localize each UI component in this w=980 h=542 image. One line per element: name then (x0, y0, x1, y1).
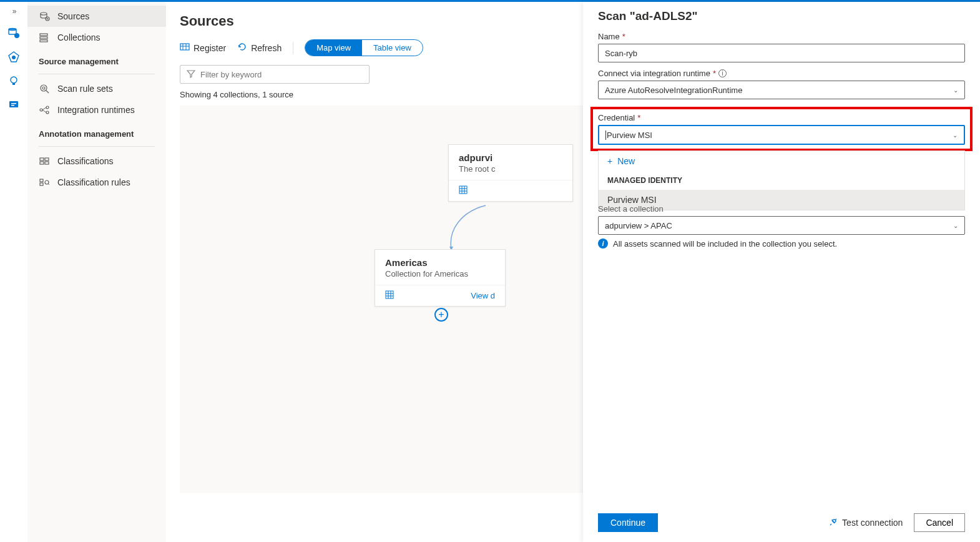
svg-rect-26 (40, 158, 44, 160)
card-subtitle: The root c (459, 164, 562, 174)
svg-rect-10 (11, 105, 14, 106)
svg-point-18 (41, 85, 47, 91)
chevron-down-icon: ⌄ (953, 87, 958, 94)
svg-rect-40 (459, 186, 467, 194)
svg-point-23 (46, 111, 49, 114)
icon-rail: » (0, 2, 27, 542)
register-label: Register (194, 43, 226, 53)
divider (39, 146, 155, 147)
separator (293, 42, 293, 54)
svg-point-22 (46, 106, 49, 109)
plug-icon (828, 517, 838, 529)
filter-input[interactable] (180, 65, 370, 84)
svg-point-11 (41, 12, 47, 15)
view-toggle: Map view Table view (305, 39, 423, 56)
sidebar-item-collections[interactable]: Collections (27, 27, 166, 48)
refresh-icon (237, 42, 247, 54)
svg-rect-45 (386, 291, 393, 298)
chevron-down-icon: ⌄ (953, 222, 958, 229)
new-credential-option[interactable]: + New (599, 151, 964, 171)
dropdown-header: MANAGED IDENTITY (599, 171, 964, 190)
svg-point-19 (42, 87, 45, 89)
plus-icon: + (607, 156, 612, 166)
svg-point-21 (40, 109, 42, 111)
map-view-tab[interactable]: Map view (305, 40, 362, 56)
credential-select[interactable]: Purview MSI ⌄ (598, 125, 965, 145)
credential-highlight: Credential* Purview MSI ⌄ (590, 107, 973, 151)
browse-icon[interactable] (7, 51, 20, 63)
classification-rules-icon (39, 177, 50, 188)
expand-rail-icon[interactable]: » (12, 7, 16, 16)
scan-rules-icon (39, 83, 50, 94)
svg-rect-31 (40, 183, 43, 185)
collection-card-root[interactable]: adpurvi The root c (448, 144, 573, 202)
chevron-down-icon: ⌄ (953, 132, 958, 139)
management-icon[interactable] (7, 98, 20, 111)
svg-rect-27 (45, 158, 49, 160)
name-label: Name* (598, 32, 965, 41)
scan-panel: Scan "ad-ADLS2" Name* Scan-ryb Connect v… (583, 2, 980, 542)
svg-rect-30 (40, 179, 43, 182)
svg-rect-6 (12, 83, 15, 85)
divider (39, 74, 155, 74)
register-icon (180, 42, 190, 54)
svg-line-33 (48, 184, 49, 185)
view-details-link[interactable]: View d (471, 291, 495, 300)
svg-rect-8 (9, 101, 18, 107)
info-icon: i (598, 239, 608, 249)
sidebar-label: Scan rule sets (57, 84, 113, 94)
collection-select[interactable]: adpurview > APAC ⌄ (598, 216, 965, 235)
insights-icon[interactable] (7, 74, 20, 87)
filter-field[interactable] (200, 70, 363, 79)
svg-rect-34 (180, 44, 189, 50)
classifications-icon (39, 155, 50, 167)
svg-rect-17 (40, 40, 47, 42)
info-text: All assets scanned will be included in t… (613, 239, 837, 249)
sidebar-label: Integration runtimes (57, 105, 135, 115)
runtime-select[interactable]: Azure AutoResolveIntegrationRuntime ⌄ (598, 81, 965, 99)
card-title: adpurvi (459, 152, 562, 163)
svg-rect-9 (11, 103, 16, 104)
datasource-icon[interactable] (7, 27, 20, 39)
sidebar-item-classifications[interactable]: Classifications (27, 150, 166, 172)
svg-rect-29 (45, 162, 49, 164)
panel-footer: Continue Test connection Cancel (598, 513, 965, 532)
sidebar-label: Sources (57, 11, 89, 21)
section-annotation-mgmt: Annotation management (27, 121, 166, 142)
svg-line-20 (46, 91, 49, 93)
runtime-icon (39, 104, 50, 116)
svg-rect-28 (40, 162, 44, 164)
svg-point-4 (12, 56, 16, 59)
card-title: Americas (385, 257, 495, 268)
sidebar-label: Classification rules (57, 177, 130, 187)
info-icon[interactable]: i (718, 69, 727, 77)
sidebar-label: Collections (57, 32, 100, 42)
credential-dropdown: + New MANAGED IDENTITY Purview MSI (598, 150, 965, 210)
name-input[interactable]: Scan-ryb (598, 44, 965, 62)
refresh-button[interactable]: Refresh (237, 42, 282, 54)
test-connection-button[interactable]: Test connection (828, 517, 903, 529)
cancel-button[interactable]: Cancel (914, 513, 965, 532)
sidebar-item-sources[interactable]: Sources (27, 6, 166, 27)
card-subtitle: Collection for Americas (385, 269, 495, 278)
continue-button[interactable]: Continue (598, 513, 658, 532)
sidebar: Sources Collections Source management Sc… (27, 2, 166, 542)
sidebar-item-scan-rule-sets[interactable]: Scan rule sets (27, 78, 166, 99)
svg-line-25 (42, 110, 46, 112)
refresh-label: Refresh (251, 43, 282, 53)
sidebar-item-integration-runtimes[interactable]: Integration runtimes (27, 99, 166, 121)
section-source-mgmt: Source management (27, 48, 166, 70)
grid-icon (385, 290, 394, 301)
sidebar-item-classification-rules[interactable]: Classification rules (27, 172, 166, 193)
runtime-label: Connect via integration runtime* i (598, 69, 965, 78)
add-collection-button[interactable]: + (434, 308, 448, 322)
credential-label: Credential* (598, 113, 965, 122)
filter-icon (187, 69, 195, 80)
table-view-tab[interactable]: Table view (362, 40, 423, 56)
register-button[interactable]: Register (180, 42, 226, 54)
collections-icon (39, 32, 50, 43)
collection-card-americas[interactable]: Americas Collection for Americas View d (375, 249, 506, 307)
svg-marker-38 (187, 71, 195, 77)
panel-title: Scan "ad-ADLS2" (598, 9, 965, 23)
sources-icon (39, 11, 50, 22)
